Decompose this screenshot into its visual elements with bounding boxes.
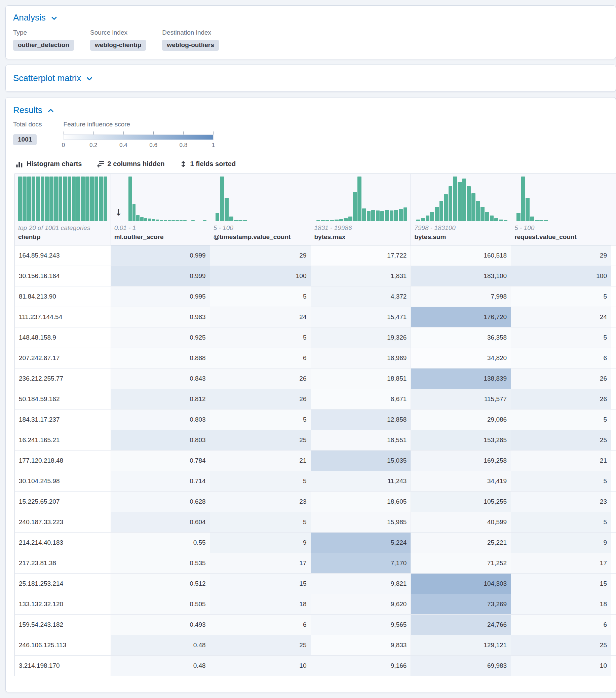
cell-@timestamp.value_count[interactable]: 29 <box>210 246 311 266</box>
cell-bytes.sum[interactable]: 34,419 <box>411 471 511 491</box>
cell-bytes.sum[interactable]: 176,720 <box>411 307 511 327</box>
cell-ml.outlier_score[interactable]: 0.784 <box>111 450 210 471</box>
cell-request.value_count[interactable]: 26 <box>511 368 611 389</box>
cell-clientip[interactable]: 148.48.158.9 <box>15 327 111 348</box>
cell-@timestamp.value_count[interactable]: 9 <box>210 533 311 553</box>
cell-bytes.sum[interactable]: 69,983 <box>411 656 511 676</box>
cell-ml.outlier_score[interactable]: 0.983 <box>111 307 210 327</box>
cell-bytes.sum[interactable]: 25,221 <box>411 533 511 553</box>
cell-ml.outlier_score[interactable]: 0.812 <box>111 389 210 409</box>
cell-bytes.max[interactable]: 11,243 <box>311 471 411 491</box>
cell-ml.outlier_score[interactable]: 0.888 <box>111 348 210 368</box>
cell-clientip[interactable]: 246.106.125.113 <box>15 635 111 656</box>
cell-clientip[interactable]: 111.237.144.54 <box>15 307 111 327</box>
cell-bytes.max[interactable]: 15,471 <box>311 307 411 327</box>
cell-ml.outlier_score[interactable]: 0.714 <box>111 471 210 491</box>
cell-bytes.max[interactable]: 18,551 <box>311 430 411 450</box>
cell-@timestamp.value_count[interactable]: 5 <box>210 512 311 533</box>
cell-@timestamp.value_count[interactable]: 26 <box>210 368 311 389</box>
scatterplot-collapse-toggle[interactable]: Scatterplot matrix <box>13 73 608 83</box>
cell-@timestamp.value_count[interactable]: 6 <box>210 348 311 368</box>
cell-@timestamp.value_count[interactable]: 25 <box>210 635 311 656</box>
cell-@timestamp.value_count[interactable]: 17 <box>210 553 311 574</box>
cell-clientip[interactable]: 236.212.255.77 <box>15 368 111 389</box>
column-header-request.value_count[interactable]: 5 - 100request.value_count <box>511 174 611 245</box>
cell-ml.outlier_score[interactable]: 0.512 <box>111 574 210 594</box>
cell-bytes.sum[interactable]: 129,121 <box>411 635 511 656</box>
cell-bytes.max[interactable]: 15,035 <box>311 450 411 471</box>
cell-@timestamp.value_count[interactable]: 26 <box>210 389 311 409</box>
cell-ml.outlier_score[interactable]: 0.999 <box>111 266 210 287</box>
cell-@timestamp.value_count[interactable]: 10 <box>210 656 311 676</box>
cell-bytes.max[interactable]: 7,170 <box>311 553 411 574</box>
cell-bytes.sum[interactable]: 105,255 <box>411 491 511 512</box>
cell-ml.outlier_score[interactable]: 0.535 <box>111 553 210 574</box>
cell-@timestamp.value_count[interactable]: 100 <box>210 266 311 287</box>
column-header-ml.outlier_score[interactable]: ↓0.01 - 1ml.outlier_score <box>111 174 210 245</box>
cell-request.value_count[interactable]: 9 <box>511 533 611 553</box>
cell-clientip[interactable]: 159.54.243.182 <box>15 615 111 635</box>
cell-ml.outlier_score[interactable]: 0.628 <box>111 491 210 512</box>
cell-bytes.sum[interactable]: 7,998 <box>411 287 511 307</box>
cell-@timestamp.value_count[interactable]: 5 <box>210 471 311 491</box>
cell-clientip[interactable]: 30.104.245.98 <box>15 471 111 491</box>
cell-bytes.max[interactable]: 15,985 <box>311 512 411 533</box>
cell-bytes.max[interactable]: 18,969 <box>311 348 411 368</box>
cell-clientip[interactable]: 25.181.253.214 <box>15 574 111 594</box>
cell-@timestamp.value_count[interactable]: 23 <box>210 491 311 512</box>
cell-clientip[interactable]: 184.31.17.237 <box>15 409 111 430</box>
columns-hidden-button[interactable]: 2 columns hidden <box>97 160 165 168</box>
cell-request.value_count[interactable]: 10 <box>511 656 611 676</box>
cell-bytes.sum[interactable]: 24,766 <box>411 615 511 635</box>
cell-ml.outlier_score[interactable]: 0.505 <box>111 594 210 615</box>
cell-request.value_count[interactable]: 23 <box>511 491 611 512</box>
cell-clientip[interactable]: 214.214.40.183 <box>15 533 111 553</box>
cell-bytes.sum[interactable]: 29,086 <box>411 409 511 430</box>
cell-@timestamp.value_count[interactable]: 24 <box>210 307 311 327</box>
cell-request.value_count[interactable]: 29 <box>511 246 611 266</box>
cell-bytes.max[interactable]: 4,372 <box>311 287 411 307</box>
cell-bytes.max[interactable]: 5,224 <box>311 533 411 553</box>
cell-request.value_count[interactable]: 5 <box>511 287 611 307</box>
cell-request.value_count[interactable]: 6 <box>511 348 611 368</box>
cell-bytes.sum[interactable]: 34,820 <box>411 348 511 368</box>
cell-@timestamp.value_count[interactable]: 18 <box>210 594 311 615</box>
cell-clientip[interactable]: 30.156.16.164 <box>15 266 111 287</box>
cell-request.value_count[interactable]: 26 <box>511 389 611 409</box>
cell-request.value_count[interactable]: 15 <box>511 574 611 594</box>
cell-bytes.max[interactable]: 9,833 <box>311 635 411 656</box>
cell-request.value_count[interactable]: 5 <box>511 512 611 533</box>
column-header-bytes.sum[interactable]: 7998 - 183100bytes.sum <box>411 174 511 245</box>
cell-@timestamp.value_count[interactable]: 15 <box>210 574 311 594</box>
cell-@timestamp.value_count[interactable]: 5 <box>210 409 311 430</box>
cell-request.value_count[interactable]: 5 <box>511 327 611 348</box>
cell-clientip[interactable]: 133.132.32.120 <box>15 594 111 615</box>
cell-clientip[interactable]: 217.23.81.38 <box>15 553 111 574</box>
cell-@timestamp.value_count[interactable]: 5 <box>210 287 311 307</box>
cell-request.value_count[interactable]: 5 <box>511 409 611 430</box>
cell-request.value_count[interactable]: 100 <box>511 266 611 287</box>
cell-bytes.max[interactable]: 9,821 <box>311 574 411 594</box>
cell-request.value_count[interactable]: 6 <box>511 615 611 635</box>
cell-clientip[interactable]: 207.242.87.17 <box>15 348 111 368</box>
cell-clientip[interactable]: 164.85.94.243 <box>15 246 111 266</box>
cell-@timestamp.value_count[interactable]: 25 <box>210 430 311 450</box>
cell-bytes.sum[interactable]: 40,599 <box>411 512 511 533</box>
cell-bytes.max[interactable]: 9,166 <box>311 656 411 676</box>
cell-@timestamp.value_count[interactable]: 5 <box>210 327 311 348</box>
cell-bytes.sum[interactable]: 160,518 <box>411 246 511 266</box>
cell-bytes.max[interactable]: 18,851 <box>311 368 411 389</box>
cell-request.value_count[interactable]: 25 <box>511 430 611 450</box>
cell-bytes.sum[interactable]: 153,285 <box>411 430 511 450</box>
cell-request.value_count[interactable]: 24 <box>511 307 611 327</box>
fields-sorted-button[interactable]: 1 fields sorted <box>180 160 236 168</box>
cell-request.value_count[interactable]: 5 <box>511 471 611 491</box>
cell-bytes.sum[interactable]: 183,100 <box>411 266 511 287</box>
cell-ml.outlier_score[interactable]: 0.803 <box>111 430 210 450</box>
cell-bytes.max[interactable]: 9,620 <box>311 594 411 615</box>
cell-clientip[interactable]: 177.120.218.48 <box>15 450 111 471</box>
histogram-charts-button[interactable]: Histogram charts <box>16 160 82 168</box>
column-header-clientip[interactable]: top 20 of 1001 categoriesclientip <box>15 174 111 245</box>
cell-request.value_count[interactable]: 18 <box>511 594 611 615</box>
cell-bytes.sum[interactable]: 71,252 <box>411 553 511 574</box>
